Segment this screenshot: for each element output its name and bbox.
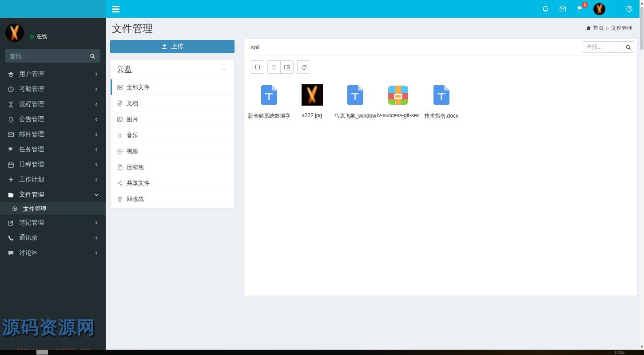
new-folder-button[interactable]	[280, 60, 294, 74]
tasks-badge: 1	[582, 2, 588, 8]
breadcrumb-current: 文件管理	[611, 24, 632, 32]
breadcrumb: 首页 > 文件管理	[586, 24, 632, 32]
sidebar-item-announcements[interactable]: 公告管理	[0, 112, 106, 127]
sidebar-item-label: 邮件管理	[19, 130, 94, 138]
trash-icon	[271, 64, 277, 70]
clock-icon	[626, 5, 633, 12]
file-grid: 新仓储系统数据字 x222.jpg 马克飞象_window lv-success…	[244, 74, 637, 124]
file-name: 新仓储系统数据字	[248, 112, 290, 120]
sidebar-item-label: 笔记管理	[19, 219, 94, 227]
clock-button[interactable]	[625, 5, 633, 13]
cloud-item-shared-files[interactable]: 共享文件	[111, 175, 234, 191]
scroll-down-arrow[interactable]	[640, 346, 643, 348]
bell-icon	[542, 5, 549, 12]
file-text-icon	[117, 100, 127, 106]
grid-icon	[117, 84, 127, 91]
sidebar-item-workflow[interactable]: 流程管理	[0, 97, 106, 112]
image-icon	[117, 116, 127, 122]
cloud-drive-panel: 云盘 − 全部文件 文档 图片 ♫ 音乐 视频 压缩包 共享文件 回收战	[110, 59, 235, 208]
sidebar-menu: 用户管理 考勤管理 流程管理 公告管理 邮件管理 任务管理	[0, 67, 106, 260]
sidebar-item-schedule[interactable]: 日程管理	[0, 157, 106, 172]
files-search-input[interactable]	[583, 41, 622, 53]
files-panel: soli 新仓储系统数据字 x222.jpg 马克飞象_window lv-su…	[243, 39, 637, 296]
sidebar-item-label: 讨论区	[19, 249, 94, 257]
cloud-item-label: 图片	[127, 115, 138, 123]
file-name: lv-success-git-sec	[377, 112, 419, 118]
sidebar-subitem-file-management[interactable]: 文件管理	[0, 202, 106, 215]
breadcrumb-home[interactable]: 首页	[593, 24, 604, 32]
chevron-left-icon	[94, 250, 99, 256]
file-item[interactable]: lv-success-git-sec	[377, 83, 420, 120]
cloud-item-label: 共享文件	[127, 179, 150, 187]
sidebar-item-label: 流程管理	[19, 100, 94, 108]
cloud-item-recycle-bin[interactable]: 回收战	[111, 191, 234, 207]
hourglass-icon	[7, 101, 15, 108]
sidebar-item-work-plan[interactable]: ✈ 工作计划	[0, 172, 106, 187]
image-thumbnail	[302, 83, 323, 106]
sidebar-item-discussion[interactable]: 讨论区	[0, 245, 106, 260]
files-toolbar	[244, 55, 637, 74]
chevron-left-icon	[94, 162, 99, 167]
sidebar-item-users[interactable]: 用户管理	[0, 67, 106, 82]
file-item[interactable]: 新仓储系统数据字	[247, 83, 290, 120]
bottom-taskbar: 14:56	[0, 350, 644, 355]
file-name: 马克飞象_window	[334, 112, 376, 120]
text-document-icon	[433, 83, 450, 106]
cloud-item-images[interactable]: 图片	[111, 111, 234, 127]
notifications-button[interactable]	[541, 5, 549, 13]
cloud-item-videos[interactable]: 视频	[111, 143, 234, 159]
sidebar-subitem-label: 文件管理	[23, 205, 99, 213]
chevron-left-icon	[94, 220, 99, 225]
sidebar-toggle-button[interactable]	[106, 0, 127, 18]
file-item[interactable]: x222.jpg	[290, 83, 334, 120]
upload-button-label: 上传	[171, 43, 183, 51]
cloud-item-archives[interactable]: 压缩包	[111, 159, 234, 175]
main-content: 文件管理 首页 > 文件管理 上传 云盘 − 全部文件 文档	[106, 18, 644, 355]
upload-button[interactable]: 上传	[110, 40, 235, 53]
sidebar-item-contacts[interactable]: 通讯录	[0, 230, 106, 245]
files-search	[583, 41, 634, 53]
user-avatar[interactable]	[593, 3, 605, 15]
sidebar-item-label: 通讯录	[19, 234, 94, 242]
trash-icon	[117, 196, 127, 202]
files-owner-label: soli	[251, 44, 260, 51]
cloud-item-documents[interactable]: 文档	[111, 95, 234, 111]
online-status-icon	[29, 34, 34, 39]
sidebar-item-tasks[interactable]: 任务管理	[0, 142, 106, 157]
page-scrollbar[interactable]	[640, 0, 644, 350]
sidebar-item-files[interactable]: 文件管理	[0, 187, 106, 202]
cloud-item-music[interactable]: ♫ 音乐	[111, 127, 234, 143]
scrollbar-thumb[interactable]	[640, 7, 644, 50]
sidebar-search-input[interactable]	[5, 49, 84, 63]
sidebar-item-label: 日程管理	[19, 161, 94, 169]
chevron-left-icon	[94, 177, 99, 182]
cloud-item-label: 全部文件	[127, 83, 150, 91]
messages-button[interactable]	[559, 5, 567, 13]
refresh-icon	[301, 64, 307, 70]
cloud-item-all-files[interactable]: 全部文件	[111, 79, 234, 95]
sidebar-avatar	[5, 24, 24, 42]
plane-icon: ✈	[7, 177, 15, 183]
tasks-button[interactable]: 1	[576, 5, 584, 13]
select-all-button[interactable]	[251, 60, 264, 74]
bell-icon	[7, 116, 15, 123]
sidebar-search-button[interactable]	[84, 49, 100, 63]
user-name	[29, 26, 47, 31]
sidebar-item-label: 公告管理	[19, 115, 94, 123]
sidebar-item-mail[interactable]: 邮件管理	[0, 127, 106, 142]
delete-button[interactable]	[267, 60, 280, 74]
collapse-icon[interactable]: −	[220, 66, 228, 73]
sidebar-item-attendance[interactable]: 考勤管理	[0, 82, 106, 97]
chevron-left-icon	[94, 235, 99, 241]
cloud-item-label: 文档	[127, 99, 138, 107]
file-item[interactable]: 技术指南.docx	[420, 83, 463, 120]
sidebar-item-notes[interactable]: 笔记管理	[0, 215, 106, 230]
refresh-button[interactable]	[297, 60, 310, 74]
file-item[interactable]: 马克飞象_window	[334, 83, 377, 120]
music-icon: ♫	[117, 132, 127, 138]
files-search-button[interactable]	[622, 41, 634, 53]
scroll-up-arrow[interactable]	[640, 2, 643, 4]
file-name: 技术指南.docx	[424, 112, 458, 120]
sidebar-item-label: 考勤管理	[19, 85, 94, 93]
play-circle-icon	[117, 148, 127, 154]
